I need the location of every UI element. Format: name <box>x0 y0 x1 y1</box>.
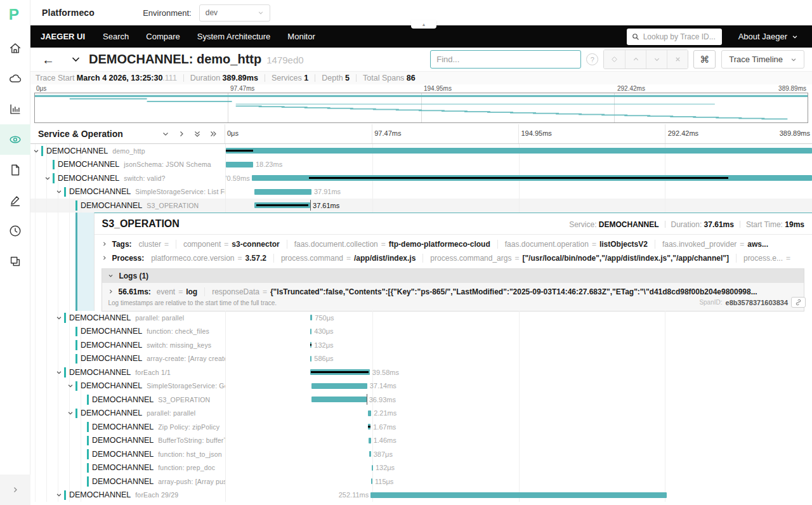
clear-find-button[interactable] <box>667 50 688 69</box>
span-timeline-cell[interactable]: 39.58ms <box>225 365 812 379</box>
span-bar[interactable] <box>310 315 313 320</box>
span-name-cell[interactable]: DEMOCHANNELarray-push: [Array push] <box>30 475 225 489</box>
chevron-down-icon[interactable] <box>56 492 62 498</box>
back-button[interactable]: ← <box>42 53 55 66</box>
span-row[interactable]: DEMOCHANNELdemo_http <box>30 144 812 158</box>
span-timeline-cell[interactable]: 36.93ms <box>225 393 812 407</box>
bar-chart-icon[interactable] <box>0 94 30 124</box>
span-timeline-cell[interactable]: 18.23ms <box>225 158 812 172</box>
span-timeline-cell[interactable] <box>225 144 812 158</box>
span-name-cell[interactable]: DEMOCHANNELswitch: valid? <box>30 171 225 185</box>
chevron-down-icon[interactable] <box>44 175 51 181</box>
span-row[interactable]: DEMOCHANNELswitch: missing_keys132μs <box>30 338 812 352</box>
span-name-cell[interactable]: DEMOCHANNELfunction: prep_doc <box>30 461 225 475</box>
find-input[interactable]: Find... <box>430 50 581 69</box>
span-name-cell[interactable]: DEMOCHANNELS3_OPERATION <box>30 199 225 213</box>
next-result-button[interactable] <box>646 50 667 69</box>
prev-result-button[interactable] <box>625 50 646 69</box>
span-row[interactable]: DEMOCHANNELparallel: parallel750μs <box>30 311 812 325</box>
span-row[interactable]: DEMOCHANNELforEach 1/139.58ms <box>30 365 812 379</box>
span-timeline-cell[interactable]: 37.14ms <box>225 379 812 393</box>
span-row[interactable]: DEMOCHANNELS3_OPERATION37.61ms <box>30 199 812 213</box>
chevron-down-icon[interactable] <box>56 369 62 376</box>
span-bar[interactable] <box>310 329 312 334</box>
span-name-cell[interactable]: DEMOCHANNELSimpleStorageService: Get Fil… <box>30 379 225 393</box>
trace-id-search-input[interactable]: Lookup by Trace ID... <box>627 29 722 45</box>
keyboard-shortcuts-button[interactable]: ⌘ <box>693 50 716 69</box>
span-row[interactable]: DEMOCHANNELparallel: parallel2.21ms <box>30 407 812 421</box>
edit-icon[interactable] <box>0 185 30 216</box>
span-bar[interactable] <box>369 451 370 457</box>
nav-item-compare[interactable]: Compare <box>146 32 180 41</box>
minimap-canvas[interactable] <box>34 93 808 123</box>
chevron-down-icon[interactable] <box>56 188 62 195</box>
span-timeline-cell[interactable]: 387μs <box>225 447 812 461</box>
span-row[interactable]: DEMOCHANNELZip Policy: zipPolicy1.67ms <box>30 420 812 434</box>
span-bar[interactable] <box>372 465 373 471</box>
span-row[interactable]: DEMOCHANNELS3_OPERATION36.93ms <box>30 393 812 407</box>
span-timeline-cell[interactable]: 1.46ms <box>225 434 812 448</box>
span-row[interactable]: DEMOCHANNELSimpleStorageService: Get Fil… <box>30 379 812 393</box>
span-row[interactable]: DEMOCHANNELSimpleStorageService: List Fi… <box>30 185 812 199</box>
span-name-cell[interactable]: DEMOCHANNELSimpleStorageService: List Fi… <box>30 185 225 199</box>
span-bar[interactable] <box>310 356 312 362</box>
copy-link-button[interactable] <box>791 297 806 308</box>
chevron-down-icon[interactable] <box>56 315 62 321</box>
help-icon[interactable]: ? <box>586 53 598 65</box>
span-bar[interactable] <box>310 342 312 348</box>
span-timeline-cell[interactable]: 37.91ms <box>225 185 812 199</box>
logs-header[interactable]: Logs (1) <box>102 269 804 283</box>
trace-view-select[interactable]: Trace Timeline <box>721 50 804 69</box>
span-bar[interactable] <box>226 148 812 154</box>
nav-item-monitor[interactable]: Monitor <box>287 32 315 41</box>
clock-icon[interactable] <box>0 216 30 246</box>
cloud-icon[interactable] <box>0 63 30 94</box>
span-name-cell[interactable]: DEMOCHANNELBufferToString: bufferToSt... <box>30 434 225 448</box>
span-name-cell[interactable]: DEMOCHANNELS3_OPERATION <box>30 393 225 407</box>
log-entry[interactable]: 56.61ms: event=logresponseData={"IsTrunc… <box>102 283 804 298</box>
chevron-down-icon[interactable] <box>67 383 74 389</box>
jaeger-brand[interactable]: JAEGER UI <box>41 32 85 41</box>
copy-icon[interactable] <box>0 246 30 277</box>
focus-span-button[interactable] <box>604 50 625 69</box>
document-icon[interactable] <box>0 155 30 185</box>
span-name-cell[interactable]: DEMOCHANNELparallel: parallel <box>30 407 225 421</box>
span-timeline-cell[interactable]: 1.67ms <box>225 420 812 434</box>
collapse-topbar-tab[interactable]: ▲ <box>411 20 436 29</box>
span-timeline-cell[interactable]: 37.61ms <box>225 199 812 213</box>
process-row[interactable]: Process:platformeco.core.version=3.57.2p… <box>102 254 804 263</box>
span-bar[interactable] <box>371 478 372 484</box>
span-name-cell[interactable]: DEMOCHANNELforEach 29/29 <box>30 489 225 502</box>
span-timeline-cell[interactable]: 750μs <box>225 311 812 325</box>
chevron-down-icon[interactable] <box>33 148 39 154</box>
span-timeline-cell[interactable]: 132μs <box>225 338 812 352</box>
chevron-down-icon[interactable] <box>67 410 74 416</box>
span-timeline-cell[interactable]: 252.11ms <box>225 489 812 502</box>
span-bar[interactable] <box>370 492 667 498</box>
span-name-cell[interactable]: DEMOCHANNELZip Policy: zipPolicy <box>30 420 225 434</box>
span-bar[interactable] <box>368 410 372 416</box>
span-timeline-cell[interactable]: 132μs <box>225 461 812 475</box>
home-icon[interactable] <box>0 33 30 63</box>
environment-select[interactable]: dev <box>199 4 270 22</box>
span-name-cell[interactable]: DEMOCHANNELfunction: check_files <box>30 325 225 339</box>
span-name-cell[interactable]: DEMOCHANNELparallel: parallel <box>30 311 225 325</box>
span-row[interactable]: DEMOCHANNELarray-create: [Array create]5… <box>30 352 812 366</box>
span-row[interactable]: DEMOCHANNELforEach 29/29252.11ms <box>30 489 812 502</box>
collapse-all-icon[interactable] <box>193 130 201 138</box>
nav-item-system-architecture[interactable]: System Architecture <box>197 32 271 41</box>
tags-row[interactable]: Tags:cluster=component=s3-connectorfaas.… <box>102 240 804 249</box>
expand-one-icon[interactable] <box>178 130 185 138</box>
span-timeline-cell[interactable]: 2.21ms <box>225 407 812 421</box>
span-bar[interactable] <box>254 189 311 195</box>
trace-collapse-chevron[interactable] <box>71 55 81 64</box>
span-bar[interactable] <box>311 397 367 402</box>
span-row[interactable]: DEMOCHANNELarray-push: [Array push]115μs <box>30 475 812 489</box>
span-name-cell[interactable]: DEMOCHANNELfunction: hst_to_json <box>30 447 225 461</box>
span-name-cell[interactable]: DEMOCHANNELarray-create: [Array create] <box>30 352 225 366</box>
span-bar[interactable] <box>369 438 371 443</box>
about-jaeger-menu[interactable]: About Jaeger <box>738 32 798 41</box>
sidebar-expand-button[interactable] <box>0 475 30 505</box>
eye-icon[interactable] <box>0 124 30 155</box>
span-row[interactable]: DEMOCHANNELBufferToString: bufferToSt...… <box>30 434 812 448</box>
